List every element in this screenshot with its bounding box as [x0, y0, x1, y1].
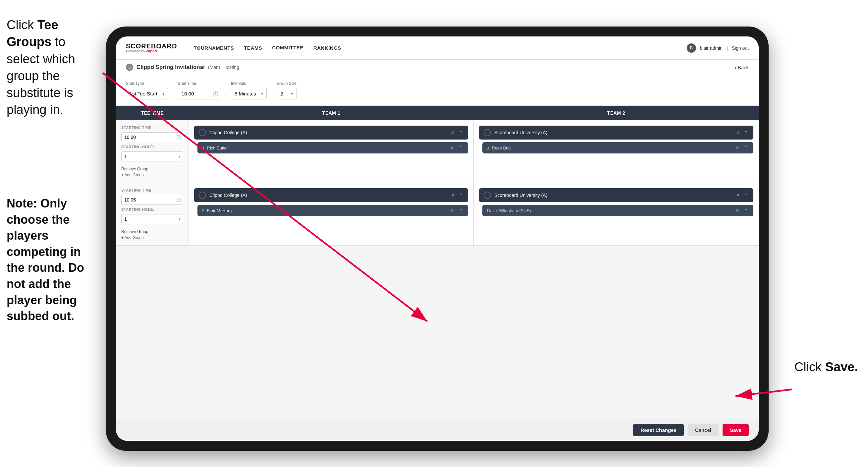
- time-input-wrap-1: 🕐: [121, 132, 183, 142]
- intervals-select[interactable]: 5 Minutes: [231, 88, 267, 99]
- cancel-button[interactable]: Cancel: [688, 424, 719, 436]
- save-button[interactable]: Save: [722, 424, 749, 436]
- team-card-2-1[interactable]: Clippd College (A) ✕ ⌃: [194, 188, 468, 202]
- nav-committee[interactable]: COMMITTEE: [272, 43, 304, 52]
- column-headers: Tee Time Team 1 Team 2: [116, 106, 759, 120]
- group-2-actions: Remove Group + Add Group: [121, 229, 183, 240]
- team-2-1-controls: ✕ ⌃: [450, 193, 464, 198]
- group-2-team2: Scoreboard University (A) ✕ ⌃ Dave Billi…: [474, 183, 759, 245]
- main-content: Start Type 1st Tee Start ▼ Start Time 🕐: [116, 75, 759, 419]
- start-type-label: Start Type: [126, 81, 168, 86]
- team-1-2-expand[interactable]: ⌃: [743, 130, 749, 135]
- group-row-1: STARTING TIME: 🕐 STARTING HOLE: 1 ▼ Remo…: [116, 120, 759, 183]
- player-card-2-1-1[interactable]: 2. Blair McHarg ✕ ⌃: [197, 205, 468, 216]
- player-card-2-2-1[interactable]: Dave Billingham (SUB) ✕ ⌃: [483, 205, 753, 216]
- back-link[interactable]: ‹ Back: [735, 65, 749, 70]
- team-1-1-remove[interactable]: ✕: [450, 130, 456, 135]
- team-1-2-remove[interactable]: ✕: [736, 130, 741, 135]
- player-1-1-1-remove[interactable]: ✕: [450, 145, 455, 150]
- tablet-screen: SCOREBOARD Powered by clippd TOURNAMENTS…: [116, 36, 759, 441]
- player-1-1-1-name: 1. Rich Butler: [202, 146, 446, 150]
- col-team1: Team 1: [189, 106, 474, 120]
- time-icon-2: 🕐: [176, 198, 181, 202]
- team-card-1-1[interactable]: Clippd College (A) ✕ ⌃: [194, 126, 468, 140]
- group-size-label: Group Size: [277, 81, 297, 86]
- player-2-2-1-remove[interactable]: ✕: [735, 208, 740, 213]
- starting-hole-label-1: STARTING HOLE:: [121, 145, 183, 149]
- main-instructions: Click Tee Groups to select which group t…: [0, 10, 99, 125]
- time-input-wrap-2: 🕐: [121, 195, 183, 205]
- team-1-1-icon: [199, 129, 206, 136]
- player-card-1-2-1[interactable]: 1. Rees Britt ✕ ⌃: [483, 142, 753, 153]
- hole-select-wrap-1: 1 ▼: [121, 151, 183, 162]
- starting-time-input-2[interactable]: [121, 195, 183, 205]
- navbar: SCOREBOARD Powered by clippd TOURNAMENTS…: [116, 36, 759, 60]
- team-1-1-name: Clippd College (A): [209, 130, 447, 135]
- note-prefix: Note:: [7, 197, 40, 210]
- nav-tournaments[interactable]: TOURNAMENTS: [193, 44, 234, 52]
- start-time-wrap: 🕐: [178, 88, 221, 99]
- note-instructions: Note: Only choose the players competing …: [0, 189, 103, 331]
- player-2-1-1-name: 2. Blair McHarg: [202, 208, 446, 213]
- team-2-1-remove[interactable]: ✕: [450, 193, 456, 198]
- group-row-2: STARTING TIME: 🕐 STARTING HOLE: 1 ▼ Remo…: [116, 183, 759, 245]
- start-time-label: Start Time: [178, 81, 221, 86]
- sub-header: B Clippd Spring Invitational (Men) Hosti…: [116, 60, 759, 75]
- nav-rankings[interactable]: RANKINGS: [313, 44, 341, 52]
- starting-time-label-1: STARTING TIME:: [121, 126, 183, 129]
- player-2-1-1-expand[interactable]: ⌃: [458, 208, 464, 213]
- intervals-field: Intervals 5 Minutes ▼: [231, 81, 267, 99]
- nav-teams[interactable]: TEAMS: [244, 44, 262, 52]
- hole-select-1[interactable]: 1: [121, 151, 183, 162]
- team-2-2-controls: ✕ ⌃: [736, 193, 749, 198]
- player-1-2-1-name: 1. Rees Britt: [487, 146, 732, 150]
- group-size-field: Group Size 2 ▼: [277, 81, 297, 99]
- group-2-left: STARTING TIME: 🕐 STARTING HOLE: 1 ▼ Remo…: [116, 183, 189, 245]
- col-team2: Team 2: [474, 106, 759, 120]
- player-2-2-1-name: Dave Billingham (SUB): [487, 208, 732, 213]
- team-2-1-expand[interactable]: ⌃: [458, 193, 464, 198]
- team-2-2-remove[interactable]: ✕: [736, 193, 741, 198]
- note-body: Only choose the players competing in the…: [7, 197, 84, 323]
- start-type-select[interactable]: 1st Tee Start: [126, 88, 168, 99]
- team-card-1-2[interactable]: Scoreboard University (A) ✕ ⌃: [479, 126, 753, 140]
- sign-out-link[interactable]: Sign out: [732, 46, 749, 51]
- team-2-1-name: Clippd College (A): [209, 193, 447, 198]
- starting-time-input-1[interactable]: [121, 132, 183, 142]
- add-group-2[interactable]: + Add Group: [121, 235, 183, 240]
- group-1-actions: Remove Group + Add Group: [121, 167, 183, 177]
- tournament-icon: B: [126, 64, 133, 71]
- nav-right: B blair admin | Sign out: [687, 43, 749, 53]
- team-2-2-expand[interactable]: ⌃: [743, 193, 749, 198]
- group-1-team1: Clippd College (A) ✕ ⌃ 1. Rich Butler ✕ …: [189, 120, 474, 183]
- remove-group-1[interactable]: Remove Group: [121, 167, 183, 171]
- remove-group-2[interactable]: Remove Group: [121, 229, 183, 234]
- instruction-text-prefix: Click: [7, 18, 37, 32]
- team-card-2-2[interactable]: Scoreboard University (A) ✕ ⌃: [479, 188, 753, 202]
- group-1-left: STARTING TIME: 🕐 STARTING HOLE: 1 ▼ Remo…: [116, 120, 189, 183]
- team-1-2-name: Scoreboard University (A): [494, 130, 732, 135]
- player-1-2-1-expand[interactable]: ⌃: [743, 145, 749, 150]
- reset-changes-button[interactable]: Reset Changes: [633, 424, 683, 436]
- hosting-badge: Hosting: [223, 65, 239, 70]
- team-1-1-controls: ✕ ⌃: [450, 130, 464, 135]
- time-icon-1: 🕐: [176, 135, 181, 140]
- start-time-field: Start Time 🕐: [178, 81, 221, 99]
- add-group-1[interactable]: + Add Group: [121, 173, 183, 177]
- group-size-select[interactable]: 2: [277, 88, 297, 99]
- player-2-2-1-expand[interactable]: ⌃: [743, 208, 749, 213]
- logo: SCOREBOARD Powered by clippd: [126, 43, 177, 53]
- intervals-select-wrap: 5 Minutes ▼: [231, 88, 267, 99]
- tablet-device: SCOREBOARD Powered by clippd TOURNAMENTS…: [106, 27, 769, 451]
- group-2-team1: Clippd College (A) ✕ ⌃ 2. Blair McHarg ✕…: [189, 183, 474, 245]
- player-1-2-1-remove[interactable]: ✕: [735, 145, 740, 150]
- player-2-1-1-remove[interactable]: ✕: [450, 208, 455, 213]
- player-1-1-1-expand[interactable]: ⌃: [458, 145, 464, 150]
- team-1-2-icon: [484, 129, 491, 136]
- player-card-1-1-1[interactable]: 1. Rich Butler ✕ ⌃: [197, 142, 468, 153]
- hole-select-2[interactable]: 1: [121, 214, 183, 224]
- nav-links: TOURNAMENTS TEAMS COMMITTEE RANKINGS: [193, 43, 673, 52]
- group-1-team2: Scoreboard University (A) ✕ ⌃ 1. Rees Br…: [474, 120, 759, 183]
- team-1-1-expand[interactable]: ⌃: [458, 130, 464, 135]
- team-1-2-controls: ✕ ⌃: [736, 130, 749, 135]
